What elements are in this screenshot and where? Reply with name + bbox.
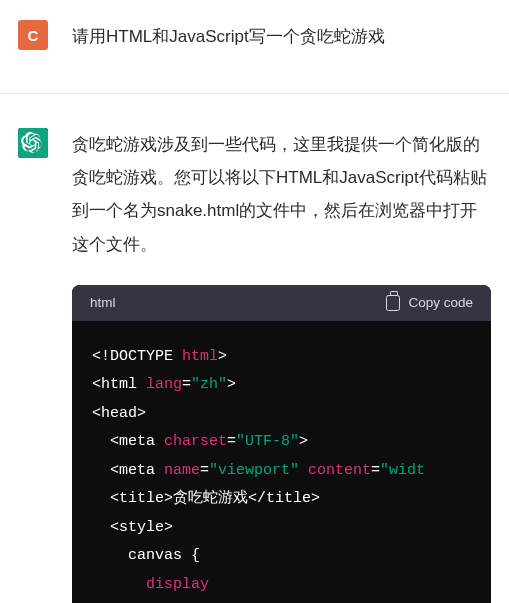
- code-token: =: [182, 376, 191, 393]
- code-token: <head>: [92, 405, 146, 422]
- code-token: >: [227, 376, 236, 393]
- code-token: <style>: [92, 519, 173, 536]
- user-avatar-letter: C: [28, 27, 39, 44]
- code-token: charset: [164, 433, 227, 450]
- code-token: <!DOCTYPE: [92, 348, 182, 365]
- code-token: html: [182, 348, 218, 365]
- user-message-text: 请用HTML和JavaScript写一个贪吃蛇游戏: [72, 20, 491, 53]
- assistant-message: 贪吃蛇游戏涉及到一些代码，这里我提供一个简化版的贪吃蛇游戏。您可以将以下HTML…: [0, 94, 509, 603]
- code-token: <meta: [92, 462, 164, 479]
- code-token: >: [218, 348, 227, 365]
- code-token: "zh": [191, 376, 227, 393]
- code-token: name: [164, 462, 200, 479]
- user-message: C 请用HTML和JavaScript写一个贪吃蛇游戏: [0, 0, 509, 93]
- user-avatar: C: [18, 20, 48, 50]
- openai-logo-icon: [18, 128, 48, 158]
- assistant-message-text: 贪吃蛇游戏涉及到一些代码，这里我提供一个简化版的贪吃蛇游戏。您可以将以下HTML…: [72, 128, 491, 261]
- code-token: canvas {: [92, 547, 200, 564]
- code-token: =: [200, 462, 209, 479]
- code-token: content: [308, 462, 371, 479]
- code-header: html Copy code: [72, 285, 491, 321]
- code-token: <meta: [92, 433, 164, 450]
- code-token: "UTF-8": [236, 433, 299, 450]
- code-token: =: [371, 462, 380, 479]
- copy-code-button[interactable]: Copy code: [386, 295, 473, 311]
- code-token: [299, 462, 308, 479]
- clipboard-icon: [386, 295, 400, 311]
- code-token: >: [299, 433, 308, 450]
- code-block: html Copy code <!DOCTYPE html> <html lan…: [72, 285, 491, 603]
- user-message-body: 请用HTML和JavaScript写一个贪吃蛇游戏: [72, 20, 491, 53]
- code-token: "widt: [380, 462, 425, 479]
- code-body: <!DOCTYPE html> <html lang="zh"> <head> …: [72, 321, 491, 603]
- code-token: display: [92, 576, 209, 593]
- code-token: "viewport": [209, 462, 299, 479]
- copy-code-label: Copy code: [408, 295, 473, 310]
- code-token: <html: [92, 376, 146, 393]
- code-token: =: [227, 433, 236, 450]
- code-language-label: html: [90, 295, 116, 310]
- assistant-message-body: 贪吃蛇游戏涉及到一些代码，这里我提供一个简化版的贪吃蛇游戏。您可以将以下HTML…: [72, 128, 491, 603]
- code-token: lang: [146, 376, 182, 393]
- code-token: <title>贪吃蛇游戏</title>: [92, 490, 320, 507]
- assistant-avatar: [18, 128, 48, 158]
